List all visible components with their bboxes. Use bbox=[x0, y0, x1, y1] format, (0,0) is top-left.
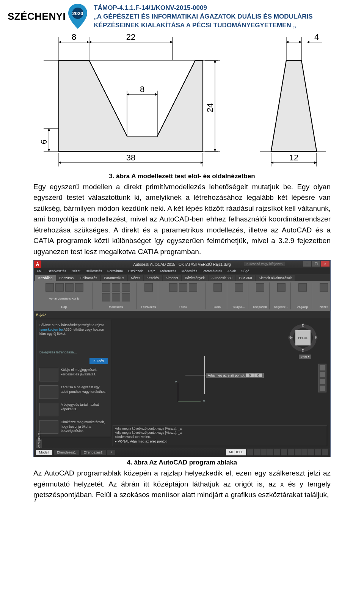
ribbon: Vonal Vonallánc Kör Ív Rajz Módosítás Fe… bbox=[34, 281, 330, 311]
tool-icon[interactable] bbox=[122, 293, 130, 301]
viewcube-north[interactable]: É bbox=[302, 323, 304, 327]
figure-4-caption: 4. ábra Az AutoCAD program ablaka bbox=[33, 459, 331, 466]
menu-item[interactable]: Súgó bbox=[241, 269, 249, 273]
tool-icon[interactable] bbox=[256, 283, 264, 292]
model-space-toggle[interactable]: MODELL bbox=[226, 449, 246, 455]
design-feed-handle[interactable]: TERVHÍRCSATORNA bbox=[36, 439, 42, 449]
tool-icon[interactable] bbox=[277, 283, 286, 292]
tool-icon[interactable] bbox=[320, 283, 328, 292]
tool-icon[interactable] bbox=[169, 283, 177, 292]
maximize-button[interactable]: ☐ bbox=[312, 261, 320, 267]
tool-icon[interactable] bbox=[235, 283, 243, 292]
ribbon-group-name: Feliratozás bbox=[141, 305, 156, 309]
minimize-button[interactable]: – bbox=[303, 261, 311, 267]
tool-icon[interactable] bbox=[65, 283, 74, 292]
ribbon-tab[interactable]: Kezdőlap bbox=[35, 275, 56, 281]
ribbon-tab[interactable]: Beszúrás bbox=[56, 275, 77, 281]
menu-item[interactable]: Rajz bbox=[148, 269, 155, 273]
create-post-link[interactable]: Bejegyzés létrehozása… bbox=[39, 350, 108, 354]
document-tab[interactable]: Rajz1* bbox=[34, 311, 330, 318]
tool-icon[interactable] bbox=[102, 293, 110, 301]
ribbon-tab[interactable]: Autodesk 360 bbox=[209, 275, 235, 281]
nav-orbit-icon[interactable] bbox=[320, 386, 325, 391]
viewcube[interactable]: FELÜL É D K Ny bbox=[289, 324, 317, 352]
dynamic-input[interactable]: Adja meg az első pontot: 0 0 bbox=[206, 373, 264, 378]
viewcube-face[interactable]: FELÜL bbox=[295, 330, 311, 345]
dyn-y[interactable]: 0 bbox=[254, 373, 262, 377]
nav-pan-icon[interactable] bbox=[320, 372, 325, 377]
status-icon[interactable] bbox=[260, 449, 267, 455]
command-window[interactable]: Adja meg a következő pontot vagy [Vissza… bbox=[113, 425, 327, 446]
drawing-canvas[interactable]: Bővítse a terv hátszámképességét a rajzo… bbox=[34, 318, 330, 448]
status-icon[interactable] bbox=[308, 449, 314, 455]
ribbon-group-name: Fóliák bbox=[179, 305, 187, 309]
tool-icon[interactable] bbox=[122, 283, 130, 292]
menu-item[interactable]: Méretezés bbox=[160, 269, 176, 273]
status-icon[interactable] bbox=[247, 449, 253, 455]
nav-wheel-icon[interactable] bbox=[320, 365, 325, 370]
status-icon[interactable] bbox=[281, 449, 287, 455]
layout-tab-model[interactable]: Modell bbox=[36, 450, 52, 455]
tool-icon[interactable] bbox=[102, 283, 110, 292]
paragraph-1: Egy egyszerű modellen a direkt primitívm… bbox=[33, 182, 331, 257]
ribbon-tab[interactable]: Kezelés bbox=[144, 275, 162, 281]
navigation-bar bbox=[318, 364, 326, 392]
viewcube-east[interactable]: K bbox=[315, 336, 317, 339]
viewcube-south[interactable]: D bbox=[302, 348, 304, 352]
menu-item[interactable]: Nézet bbox=[72, 269, 81, 273]
tool-icon[interactable] bbox=[112, 283, 120, 292]
ribbon-group-modify: Módosítás bbox=[95, 282, 137, 309]
menu-item[interactable]: Beillesztés bbox=[86, 269, 102, 273]
tool-icon[interactable] bbox=[46, 283, 54, 292]
tool-icon[interactable] bbox=[179, 283, 187, 292]
status-icon[interactable] bbox=[322, 449, 328, 455]
status-icon[interactable] bbox=[254, 449, 260, 455]
ribbon-tab[interactable]: Feliratozás bbox=[77, 275, 100, 281]
status-icon[interactable] bbox=[315, 449, 321, 455]
ribbon-tab[interactable]: Parametrikus bbox=[101, 275, 127, 281]
status-icon[interactable] bbox=[274, 449, 280, 455]
cmd-history-line: Adja meg a következő pontot vagy [Vissza… bbox=[115, 427, 325, 431]
tool-icon[interactable] bbox=[189, 283, 197, 292]
axis-x-label: X bbox=[203, 399, 205, 403]
viewcube-west[interactable]: Ny bbox=[289, 336, 293, 339]
search-box[interactable]: Kulcsszó vagy kifejezés bbox=[244, 262, 285, 266]
menu-item[interactable]: Ablak bbox=[228, 269, 236, 273]
layout-tab[interactable]: Elrendezés2 bbox=[81, 450, 106, 455]
tool-icon[interactable] bbox=[55, 283, 64, 292]
status-icon[interactable] bbox=[295, 449, 301, 455]
ribbon-group-label: Vonal Vonallánc Kör Ív bbox=[49, 297, 79, 300]
layout-tab[interactable]: Elrendezés1 bbox=[54, 450, 79, 455]
layout-tab-add[interactable]: + bbox=[107, 450, 115, 455]
menu-item[interactable]: Eszközök bbox=[128, 269, 143, 273]
tool-icon[interactable] bbox=[144, 283, 153, 292]
signin-link[interactable]: Ismerkedjen be bbox=[39, 328, 63, 331]
header-line-3: KÉPZÉSEINEK KIALAKÍTÁSA A PÉCSI TUDOMÁNY… bbox=[94, 21, 312, 30]
menu-item[interactable]: Módosítás bbox=[182, 269, 198, 273]
menu-item[interactable]: Paraméterek bbox=[202, 269, 222, 273]
ribbon-tab[interactable]: Bővítmények bbox=[182, 275, 208, 281]
menu-item[interactable]: Formátum bbox=[107, 269, 123, 273]
status-icon[interactable] bbox=[288, 449, 294, 455]
tip-text: Címkézze meg munkatársait, hogy bevonja … bbox=[61, 420, 108, 434]
send-button[interactable]: Küldés bbox=[89, 358, 108, 364]
design-feed-panel: Bővítse a terv hátszámképességét a rajzo… bbox=[36, 320, 111, 437]
status-icon[interactable] bbox=[267, 449, 273, 455]
figure-4-autocad-screenshot: A Autodesk AutoCAD 2015 - OKTATÁSI VERZI… bbox=[33, 260, 331, 457]
app-menu-button[interactable]: A bbox=[34, 260, 41, 268]
ribbon-tab[interactable]: BIM 360 bbox=[236, 275, 255, 281]
tool-icon[interactable] bbox=[75, 283, 83, 292]
close-button[interactable]: × bbox=[321, 261, 329, 267]
tool-icon[interactable] bbox=[213, 283, 222, 292]
menu-item[interactable]: Szerkesztés bbox=[48, 269, 66, 273]
dyn-x[interactable]: 0 bbox=[246, 373, 254, 377]
nav-zoom-icon[interactable] bbox=[320, 379, 325, 384]
menu-item[interactable]: Fájl bbox=[37, 269, 42, 273]
ribbon-tab[interactable]: Kiemelt alkalmazások bbox=[256, 275, 295, 281]
status-icon[interactable] bbox=[301, 449, 308, 455]
tool-icon[interactable] bbox=[298, 283, 307, 292]
tool-icon[interactable] bbox=[112, 293, 120, 301]
ribbon-tab[interactable]: Nézet bbox=[128, 275, 143, 281]
ribbon-tab[interactable]: Kimenet bbox=[163, 275, 181, 281]
ucs-dropdown[interactable]: VRR ▾ bbox=[299, 355, 311, 359]
